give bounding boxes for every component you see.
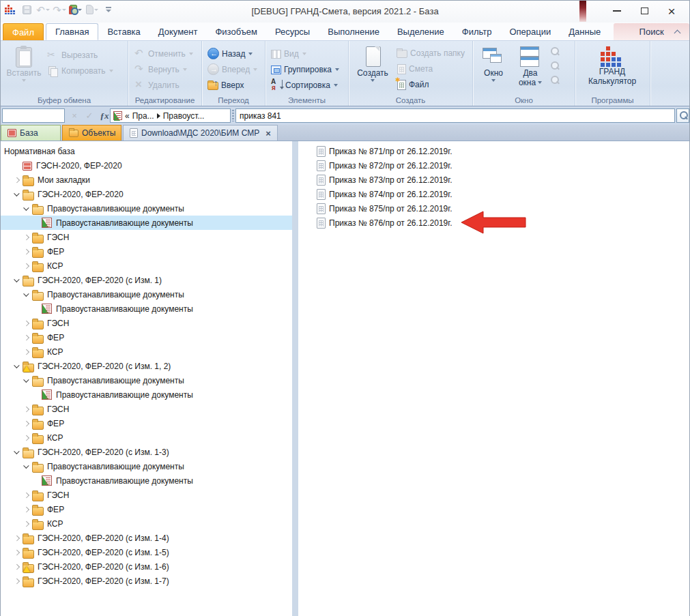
function-icon[interactable]: ƒx xyxy=(98,108,111,123)
chevron-right-icon[interactable] xyxy=(23,405,30,413)
chevron-right-icon[interactable] xyxy=(13,534,20,542)
panel-splitter[interactable] xyxy=(292,141,298,616)
list-item[interactable]: Приказ № 874/пр от 26.12.2019г. xyxy=(298,187,689,201)
tree-item[interactable]: Правоустанавливающие документы xyxy=(1,473,292,488)
chevron-down-icon[interactable] xyxy=(13,448,20,456)
chevron-down-icon[interactable] xyxy=(13,362,20,370)
tree-item[interactable]: ГЭСН-2020, ФЕР-2020 xyxy=(1,158,292,173)
tree-item[interactable]: Правоустанавливающие документы xyxy=(1,373,292,387)
up-button[interactable]: Вверх xyxy=(205,77,263,93)
tree-item[interactable]: ГЭСН-2020, ФЕР-2020 (с Изм. 1, 2) xyxy=(1,359,292,373)
chevron-right-icon[interactable] xyxy=(13,176,20,184)
tree-item[interactable]: Правоустанавливающие документы xyxy=(1,201,292,216)
doc-tab-document[interactable]: Download\МДС 2020\БИМ СМР× xyxy=(123,125,278,141)
chevron-right-icon[interactable] xyxy=(13,548,20,556)
chevron-right-icon[interactable] xyxy=(23,262,30,269)
tree-item[interactable]: КСР xyxy=(1,344,292,359)
doc-tab-base[interactable]: База xyxy=(1,125,61,141)
tree-item[interactable]: Правоустанавливающие документы xyxy=(1,387,292,402)
tree-item[interactable]: КСР xyxy=(1,516,292,531)
chevron-down-icon[interactable] xyxy=(23,377,30,384)
tree-item[interactable]: Мои закладки xyxy=(1,173,292,187)
ribbon-tab-Физобъем[interactable]: Физобъем xyxy=(206,23,266,40)
minimize-button[interactable] xyxy=(603,2,631,20)
tree-item[interactable]: ГЭСН-2020, ФЕР-2020 (с Изм. 1-4) xyxy=(1,531,292,545)
zoom-tool-icon[interactable] xyxy=(549,46,560,57)
create-folder-button[interactable]: Создать папку xyxy=(394,45,468,61)
close-tab-icon[interactable]: × xyxy=(265,128,271,138)
redo-button[interactable]: Вернуть xyxy=(131,61,199,77)
undo-button[interactable]: Отменить xyxy=(131,46,199,61)
chevron-right-icon[interactable] xyxy=(23,319,30,327)
doc-tab-objects[interactable]: Объекты xyxy=(62,125,121,141)
copy-button[interactable]: Копировать xyxy=(44,63,116,78)
chevron-right-icon[interactable] xyxy=(13,577,20,585)
list-item[interactable]: Приказ № 872/пр от 26.12.2019г. xyxy=(298,158,689,173)
close-button[interactable]: × xyxy=(658,2,685,20)
collapse-ribbon-icon[interactable] xyxy=(673,28,682,36)
chevron-right-icon[interactable] xyxy=(23,420,30,427)
tree-item[interactable]: КСР xyxy=(1,430,292,445)
tree-item[interactable]: ГЭСН-2020, ФЕР-2020 (с Изм. 1-3) xyxy=(1,445,292,459)
tree-item[interactable]: ГЭСН xyxy=(1,230,292,244)
grouping-button[interactable]: Группировка xyxy=(268,61,346,77)
cancel-entry-icon[interactable]: × xyxy=(68,108,81,123)
tree-item[interactable]: КСР xyxy=(1,259,292,273)
chevron-right-icon[interactable] xyxy=(23,248,30,255)
breadcrumb[interactable]: « Пра... Правоуст... xyxy=(110,108,231,123)
tree-item[interactable]: ФЕР xyxy=(1,416,292,430)
ribbon-tab-Фильтр[interactable]: Фильтр xyxy=(453,23,501,40)
forward-button[interactable]: Вперед xyxy=(205,61,263,77)
create-button[interactable]: Создать xyxy=(351,43,394,95)
tree-item[interactable]: Правоустанавливающие документы xyxy=(1,459,292,473)
tree-item[interactable]: ГЭСН xyxy=(1,402,292,416)
chevron-right-icon[interactable] xyxy=(23,491,30,499)
ribbon-tab-Документ[interactable]: Документ xyxy=(149,23,207,40)
chevron-right-icon[interactable] xyxy=(23,434,30,441)
back-button[interactable]: Назад xyxy=(205,46,263,61)
ribbon-tab-Выделение[interactable]: Выделение xyxy=(388,23,453,40)
chevron-right-icon[interactable] xyxy=(23,233,30,241)
cut-button[interactable]: Вырезать xyxy=(44,47,116,63)
list-item[interactable]: Приказ № 871/пр от 26.12.2019г. xyxy=(298,144,689,158)
breadcrumb-current[interactable]: Правоуст... xyxy=(163,111,205,121)
tree-item[interactable]: ГЭСН-2020, ФЕР-2020 (с Изм. 1-7) xyxy=(1,574,292,588)
paste-button[interactable]: Вставить xyxy=(3,43,44,95)
tree-item[interactable]: ГЭСН-2020, ФЕР-2020 (с Изм. 1-6) xyxy=(1,559,292,574)
breadcrumb-prev[interactable]: Пра... xyxy=(132,111,154,121)
tree-item[interactable]: ГЭСН-2020, ФЕР-2020 xyxy=(1,187,292,201)
chevron-down-icon[interactable] xyxy=(23,291,30,298)
list-item[interactable]: Приказ № 873/пр от 26.12.2019г. xyxy=(298,173,689,187)
tree-item[interactable]: Правоустанавливающие документы xyxy=(1,216,292,230)
tree-item[interactable]: ГЭСН-2020, ФЕР-2020 (с Изм. 1) xyxy=(1,273,292,287)
name-box-input[interactable] xyxy=(2,108,65,123)
tree-item[interactable]: ГЭСН xyxy=(1,316,292,330)
file-button[interactable]: Файл xyxy=(394,76,468,92)
chevron-down-icon[interactable] xyxy=(13,190,20,198)
grand-calculator-button[interactable]: ГРАНД Калькулятор xyxy=(578,43,646,86)
tree-item[interactable]: ГЭСН xyxy=(1,488,292,502)
tree-item[interactable]: ФЕР xyxy=(1,330,292,344)
sorting-button[interactable]: Сортировка xyxy=(268,77,346,93)
delete-button[interactable]: Удалить xyxy=(131,77,199,93)
tree-item[interactable]: ФЕР xyxy=(1,244,292,259)
zoom-tool-icon[interactable] xyxy=(549,61,560,71)
estimate-button[interactable]: Смета xyxy=(394,61,468,76)
tree-item[interactable]: ГЭСН-2020, ФЕР-2020 (с Изм. 1-5) xyxy=(1,545,292,559)
tree-item[interactable]: Правоустанавливающие документы xyxy=(1,287,292,302)
ribbon-tab-Операции[interactable]: Операции xyxy=(500,23,560,40)
splitter-handle[interactable] xyxy=(232,110,234,121)
ribbon-tab-Вставка[interactable]: Вставка xyxy=(98,23,149,40)
breadcrumb-overflow[interactable]: « xyxy=(125,111,130,121)
ribbon-tab-Ресурсы[interactable]: Ресурсы xyxy=(266,23,319,40)
chevron-down-icon[interactable] xyxy=(23,463,30,470)
two-windows-button[interactable]: Два окна xyxy=(511,43,549,95)
tree-item[interactable]: ФЕР xyxy=(1,502,292,516)
chevron-right-icon[interactable] xyxy=(23,334,30,341)
chevron-right-icon[interactable] xyxy=(23,348,30,355)
zoom-tool-icon[interactable] xyxy=(549,75,560,85)
chevron-right-icon[interactable] xyxy=(13,563,20,570)
ribbon-tab-Файл[interactable]: Файл xyxy=(3,23,44,40)
window-button[interactable]: Окно xyxy=(476,43,511,95)
search-input[interactable]: приказ 841 xyxy=(235,108,675,123)
